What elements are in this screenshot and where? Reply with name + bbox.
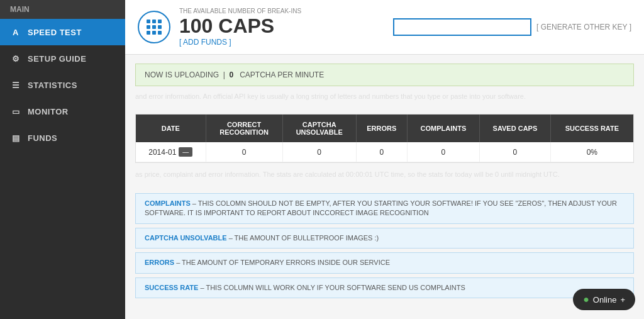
sidebar-item-setup-guide[interactable]: ⚙ SETUP GUIDE	[0, 45, 125, 72]
statistics-table-wrap: DATE CORRECTRECOGNITION CAPTCHAUNSOLVABL…	[135, 114, 634, 163]
sidebar-item-funds[interactable]: ▤ FUNDS	[0, 125, 125, 151]
online-button[interactable]: ● Online +	[573, 289, 635, 310]
col-success-rate: SUCCESS RATE	[550, 115, 633, 142]
cell-success-rate: 0%	[550, 142, 633, 162]
caps-icon	[138, 11, 170, 43]
sidebar-item-monitor[interactable]: ▭ MONITOR	[0, 98, 125, 125]
cell-date: 2014-01 —	[136, 142, 206, 162]
sidebar: MAIN A SPEED TEST ⚙ SETUP GUIDE ☰ STATIS…	[0, 0, 125, 319]
watermark-2: as price, complaint and error informatio…	[135, 168, 634, 187]
svg-rect-0	[147, 20, 150, 23]
cell-complaints: 0	[407, 142, 479, 162]
cell-saved-caps: 0	[480, 142, 551, 162]
sidebar-item-label: SPEED TEST	[28, 28, 82, 37]
svg-rect-1	[152, 20, 156, 23]
sidebar-top-label: MAIN	[0, 0, 125, 19]
info-box-label: SUCCESS RATE	[145, 284, 198, 291]
header-area: THE AVAILABLE NUMBER OF BREAK-INS 100 CA…	[125, 0, 644, 55]
info-box-text: – THIS COLOMN SHOULD NOT BE EMPTY, AFTER…	[145, 199, 617, 216]
svg-rect-6	[147, 31, 150, 35]
col-complaints: COMPLAINTS	[407, 115, 479, 142]
info-box: COMPLAINTS – THIS COLOMN SHOULD NOT BE E…	[135, 193, 634, 224]
info-box-label: CAPTCHA UNSOLVABLE	[145, 234, 227, 242]
col-date: DATE	[136, 115, 206, 142]
sidebar-item-label: SETUP GUIDE	[28, 54, 86, 64]
col-correct-recognition: CORRECTRECOGNITION	[206, 115, 282, 142]
svg-rect-3	[147, 25, 150, 29]
info-box: SUCCESS RATE – THIS COLUMN WILL WORK ONL…	[135, 277, 634, 298]
info-box-label: ERRORS	[145, 259, 174, 266]
generate-key-button[interactable]: [ GENERATE OTHER KEY ]	[536, 23, 631, 31]
info-box: CAPTCHA UNSOLVABLE – THE AMOUNT OF BULLE…	[135, 228, 634, 249]
statistics-table: DATE CORRECTRECOGNITION CAPTCHAUNSOLVABL…	[136, 115, 633, 162]
statistics-icon: ☰	[10, 79, 21, 91]
info-box-text: – THIS COLUMN WILL WORK ONLY IF YOUR SOF…	[200, 284, 465, 291]
sidebar-item-label: FUNDS	[28, 133, 57, 143]
table-row: 2014-01 — 0 0 0 0 0 0%	[136, 142, 633, 162]
cell-errors: 0	[356, 142, 407, 162]
header-right: [ GENERATE OTHER KEY ]	[393, 18, 631, 36]
date-pill: —	[179, 147, 192, 157]
info-box-text: – THE AMOUNT OF TEMPORARY ERRORS INSIDE …	[176, 259, 390, 266]
svg-rect-4	[152, 25, 156, 29]
api-key-input[interactable]	[393, 18, 531, 36]
sidebar-item-speed-test[interactable]: A SPEED TEST	[0, 19, 125, 45]
col-errors: ERRORS	[356, 115, 407, 142]
online-plus: +	[620, 295, 625, 305]
svg-rect-2	[158, 20, 162, 23]
upload-count: 0	[229, 70, 233, 79]
cell-captcha-unsolvable: 0	[282, 142, 356, 162]
svg-rect-7	[152, 31, 156, 35]
svg-rect-5	[158, 25, 162, 29]
col-saved-caps: SAVED CAPS	[480, 115, 551, 142]
caps-number: 100 CAPS	[179, 14, 301, 38]
info-boxes: COMPLAINTS – THIS COLOMN SHOULD NOT BE E…	[135, 193, 634, 298]
header-left: THE AVAILABLE NUMBER OF BREAK-INS 100 CA…	[138, 8, 301, 47]
upload-label: NOW IS UPLOADING	[145, 70, 219, 79]
caps-label: THE AVAILABLE NUMBER OF BREAK-INS	[179, 8, 301, 14]
online-dot: ●	[583, 294, 589, 305]
upload-status-bar: NOW IS UPLOADING | 0 CAPTCHA PER MINUTE	[135, 64, 634, 86]
svg-rect-8	[158, 31, 162, 35]
main-content: THE AVAILABLE NUMBER OF BREAK-INS 100 CA…	[125, 0, 644, 319]
speed-test-icon: A	[10, 26, 21, 38]
funds-icon: ▤	[10, 132, 21, 143]
sidebar-item-statistics[interactable]: ☰ STATISTICS	[0, 72, 125, 98]
col-captcha-unsolvable: CAPTCHAUNSOLVABLE	[282, 115, 356, 142]
info-box-text: – THE AMOUNT OF BULLETPROOF IMAGES :)	[229, 234, 379, 242]
table-header-row: DATE CORRECTRECOGNITION CAPTCHAUNSOLVABL…	[136, 115, 633, 142]
caps-info: THE AVAILABLE NUMBER OF BREAK-INS 100 CA…	[179, 8, 301, 47]
watermark-1: and error information. An official API k…	[135, 90, 634, 109]
monitor-icon: ▭	[10, 106, 21, 117]
sidebar-item-label: STATISTICS	[28, 81, 77, 90]
info-box: ERRORS – THE AMOUNT OF TEMPORARY ERRORS …	[135, 252, 634, 273]
online-label: Online	[593, 295, 617, 305]
cell-correct-recognition: 0	[206, 142, 282, 162]
upload-suffix: CAPTCHA PER MINUTE	[240, 70, 324, 79]
setup-guide-icon: ⚙	[10, 53, 21, 64]
sidebar-item-label: MONITOR	[28, 107, 69, 116]
add-funds-link[interactable]: [ ADD FUNDS ]	[179, 38, 301, 47]
info-box-label: COMPLAINTS	[145, 199, 191, 207]
